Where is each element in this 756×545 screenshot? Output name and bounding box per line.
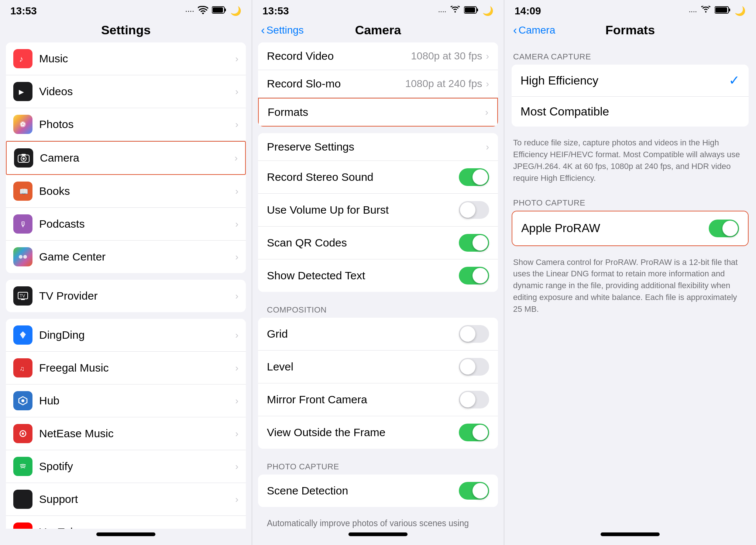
show-text-toggle[interactable] (459, 267, 489, 284)
status-icons-2: ···· 🌙 (438, 6, 494, 16)
nav-bar-2: ‹ Settings Camera (252, 20, 504, 42)
photo-capture-group-2: Scene Detection (258, 475, 498, 507)
mirror-front-toggle[interactable] (459, 391, 489, 408)
sidebar-item-support[interactable]: Support › (6, 483, 246, 516)
mirror-front-label: Mirror Front Camera (267, 393, 459, 406)
music-label: Music (39, 52, 235, 65)
chevron-dingding: › (235, 330, 238, 341)
moon-icon-3: 🌙 (735, 6, 746, 16)
svg-text:📖: 📖 (19, 187, 28, 196)
grid-item[interactable]: Grid (258, 318, 498, 351)
sidebar-item-music[interactable]: ♪ Music › (6, 42, 246, 75)
svg-point-14 (23, 255, 27, 259)
most-compatible-label: Most Compatible (520, 105, 740, 118)
youtube-icon (13, 522, 32, 529)
svg-text:✿: ✿ (20, 121, 25, 127)
tvprovider-icon: TV (13, 286, 32, 306)
view-outside-item[interactable]: View Outside the Frame (258, 416, 498, 449)
sidebar-item-youtube[interactable]: YouTube › (6, 516, 246, 529)
record-stereo-item[interactable]: Record Stereo Sound (258, 161, 498, 194)
photo-capture-header-2: PHOTO CAPTURE (258, 455, 498, 475)
photos-icon: ✿ (13, 115, 32, 134)
sidebar-item-freegal[interactable]: ♫ Freegal Music › (6, 352, 246, 384)
show-text-item[interactable]: Show Detected Text (258, 259, 498, 292)
proraw-toggle[interactable] (709, 220, 739, 237)
volume-burst-item[interactable]: Use Volume Up for Burst (258, 194, 498, 227)
chevron-netease: › (235, 428, 238, 439)
freegal-label: Freegal Music (39, 362, 235, 374)
mirror-front-item[interactable]: Mirror Front Camera (258, 383, 498, 416)
capture-description: To reduce file size, capture photos and … (504, 133, 756, 192)
back-button-3[interactable]: ‹ Camera (513, 23, 555, 37)
formats-item[interactable]: Formats › (258, 98, 498, 127)
sidebar-item-camera[interactable]: Camera › (6, 141, 246, 175)
apple-proraw-label: Apple ProRAW (521, 221, 709, 235)
grid-toggle[interactable] (459, 325, 489, 343)
svg-point-20 (21, 399, 24, 402)
netease-icon (13, 424, 32, 443)
sidebar-item-videos[interactable]: ▶ Videos › (6, 75, 246, 108)
record-video-item[interactable]: Record Video 1080p at 30 fps › (258, 42, 498, 70)
back-label-2: Settings (267, 24, 304, 36)
sidebar-item-netease[interactable]: NetEase Music › (6, 417, 246, 450)
sidebar-item-books[interactable]: 📖 Books › (6, 175, 246, 208)
preserve-settings-label: Preserve Settings (267, 141, 486, 153)
status-bar-2: 13:53 ···· 🌙 (252, 0, 504, 20)
sidebar-item-gamecenter[interactable]: Game Center › (6, 241, 246, 273)
preserve-chevron: › (486, 141, 489, 153)
record-slomo-item[interactable]: Record Slo-mo 1080p at 240 fps › (258, 70, 498, 98)
record-video-label: Record Video (267, 50, 411, 62)
settings-scroll[interactable]: ♪ Music › ▶ Videos › ✿ (0, 42, 252, 529)
record-stereo-toggle[interactable] (459, 168, 489, 186)
chevron-videos: › (235, 86, 238, 97)
scene-detection-item[interactable]: Scene Detection (258, 475, 498, 507)
back-chevron-2: ‹ (261, 23, 265, 37)
record-slomo-chevron: › (486, 78, 489, 90)
level-item[interactable]: Level (258, 351, 498, 383)
time-1: 13:53 (10, 5, 37, 17)
hub-label: Hub (39, 394, 235, 407)
record-video-chevron: › (486, 51, 489, 62)
apple-proraw-item[interactable]: Apple ProRAW (512, 211, 748, 245)
preserve-settings-item[interactable]: Preserve Settings › (258, 133, 498, 161)
status-icons-3: ···· 🌙 (689, 6, 746, 16)
support-label: Support (39, 493, 235, 506)
back-button-2[interactable]: ‹ Settings (261, 23, 304, 37)
sidebar-item-podcasts[interactable]: 🎙 Podcasts › (6, 208, 246, 241)
home-bar-1 (0, 529, 252, 545)
svg-point-23 (19, 462, 27, 470)
camera-capture-label: CAMERA CAPTURE (504, 45, 756, 65)
sidebar-item-dingding[interactable]: DingDing › (6, 319, 246, 352)
grid-label: Grid (267, 328, 459, 340)
formats-scroll[interactable]: CAMERA CAPTURE High Efficiency ✓ Most Co… (504, 42, 756, 529)
youtube-label: YouTube (39, 526, 235, 529)
view-outside-toggle[interactable] (459, 424, 489, 441)
scan-qr-toggle[interactable] (459, 234, 489, 252)
sidebar-item-spotify[interactable]: Spotify › (6, 450, 246, 483)
chevron-spotify: › (235, 461, 238, 472)
moon-icon-1: 🌙 (230, 6, 241, 16)
high-efficiency-item[interactable]: High Efficiency ✓ (512, 65, 749, 97)
sidebar-item-photos[interactable]: ✿ Photos › (6, 108, 246, 141)
volume-burst-toggle[interactable] (459, 201, 489, 219)
svg-rect-29 (729, 8, 730, 11)
chevron-support: › (235, 494, 238, 505)
podcasts-icon: 🎙 (13, 214, 32, 234)
sidebar-item-tvprovider[interactable]: TV TV Provider › (6, 280, 246, 312)
chevron-books: › (235, 186, 238, 197)
camera-scroll[interactable]: Record Video 1080p at 30 fps › Record Sl… (252, 42, 504, 529)
scan-qr-item[interactable]: Scan QR Codes (258, 227, 498, 259)
battery-icon-3 (715, 6, 731, 16)
chevron-tvprovider: › (235, 290, 238, 302)
time-3: 14:09 (515, 5, 541, 17)
videos-icon: ▶ (13, 82, 32, 101)
scene-detection-toggle[interactable] (459, 482, 489, 500)
level-label: Level (267, 361, 459, 373)
record-slomo-label: Record Slo-mo (267, 77, 405, 90)
most-compatible-item[interactable]: Most Compatible (512, 97, 749, 127)
sidebar-item-hub[interactable]: Hub › (6, 384, 246, 417)
formats-panel: 14:09 ···· 🌙 ‹ Camera Formats CAMERA CAP… (504, 0, 756, 545)
level-toggle[interactable] (459, 358, 489, 376)
formats-label: Formats (268, 106, 485, 118)
svg-text:♫: ♫ (20, 365, 25, 372)
